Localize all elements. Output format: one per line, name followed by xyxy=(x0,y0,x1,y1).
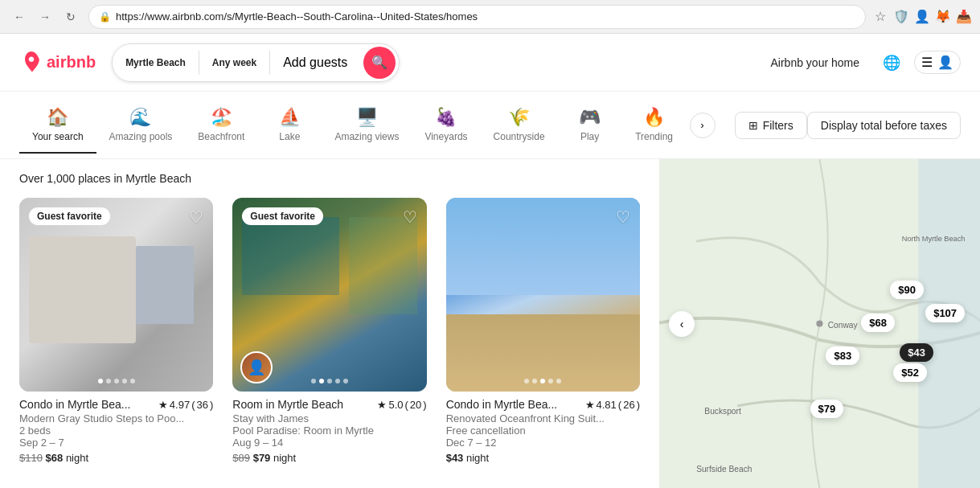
extension-icon: 🦊 xyxy=(935,9,951,25)
listing-subtitle-2: Stay with James xyxy=(232,412,426,424)
dots-indicator-3 xyxy=(524,379,561,383)
countryside-icon: 🌾 xyxy=(508,107,530,128)
refresh-button[interactable]: ↻ xyxy=(59,6,82,28)
dot-2 xyxy=(106,379,111,383)
category-amazing-views[interactable]: 🖥️ Amazing views xyxy=(322,97,412,154)
dot-4-2 xyxy=(335,379,340,383)
category-your-search[interactable]: 🏠 Your search xyxy=(19,97,96,154)
wishlist-button-1[interactable]: ♡ xyxy=(189,207,203,227)
category-beachfront[interactable]: 🏖️ Beachfront xyxy=(185,97,257,154)
countryside-label: Countryside xyxy=(494,131,545,142)
review-count-3: 26 xyxy=(623,399,634,411)
listing-card-2[interactable]: Guest favorite ♡ 👤 Room in Myrtle Beach … xyxy=(232,198,426,464)
guests-search[interactable]: Add guests xyxy=(270,49,360,76)
price-1: $68 xyxy=(46,452,64,464)
price-suffix-2: night xyxy=(273,452,296,464)
dot-5 xyxy=(130,379,135,383)
listing-title-2: Room in Myrtle Beach ★ 5.0 (20) xyxy=(232,398,426,411)
user-menu-button[interactable]: ☰ 👤 xyxy=(914,51,961,74)
dot-3-2 xyxy=(327,379,332,383)
trending-label: Trending xyxy=(635,131,673,142)
category-next-button[interactable]: › xyxy=(690,113,716,138)
play-label: Play xyxy=(580,131,599,142)
wishlist-button-3[interactable]: ♡ xyxy=(616,207,630,227)
svg-rect-1 xyxy=(918,159,980,488)
browser-chrome: ← → ↻ 🔒 https://www.airbnb.com/s/Myrtle-… xyxy=(0,0,980,34)
dot-5-3 xyxy=(556,379,561,383)
bookmark-icon[interactable]: ☆ xyxy=(872,9,888,25)
category-lake[interactable]: ⛵ Lake xyxy=(257,97,322,154)
listing-rating-3: ★ 4.81 (26) xyxy=(585,399,640,411)
display-total-button[interactable]: Display total before taxes xyxy=(807,112,961,139)
airbnb-logo[interactable]: airbnb xyxy=(19,51,96,75)
listing-detail-2: Pool Paradise: Room in Myrtle xyxy=(232,424,426,437)
location-search[interactable]: Myrtle Beach xyxy=(113,51,199,75)
listing-image-3: ♡ xyxy=(446,198,640,392)
price-suffix-3: night xyxy=(466,452,489,464)
beachfront-label: Beachfront xyxy=(198,131,244,142)
rating-value-1: 4.97 xyxy=(170,399,190,411)
dot-3-3 xyxy=(540,379,545,383)
listing-card-3[interactable]: ♡ Condo in Myrtle Bea... ★ 4.81 (26) xyxy=(446,198,640,464)
map-pin-43[interactable]: $43 xyxy=(900,343,933,362)
map-pin-68[interactable]: $68 xyxy=(861,314,895,332)
original-price-2: $89 xyxy=(232,452,250,464)
listing-image-2: Guest favorite ♡ 👤 xyxy=(232,198,426,392)
forward-button[interactable]: → xyxy=(34,6,56,28)
hamburger-icon: ☰ xyxy=(921,55,933,70)
map-pin-90[interactable]: $90 xyxy=(890,281,924,299)
address-bar[interactable]: 🔒 https://www.airbnb.com/s/Myrtle-Beach-… xyxy=(88,5,866,29)
airbnb-header: airbnb Myrtle Beach Any week Add guests … xyxy=(0,34,980,92)
browser-nav: ← → ↻ xyxy=(8,6,82,28)
wishlist-button-2[interactable]: ♡ xyxy=(403,207,417,227)
map-background: Conway Bucksport North Myrtle Beach Surf… xyxy=(659,159,980,488)
listing-subtitle-3: Renovated Oceanfront King Suit... xyxy=(446,412,640,424)
listing-title-1: Condo in Myrtle Bea... ★ 4.97 (36) xyxy=(19,398,213,411)
rating-value-3: 4.81 xyxy=(597,399,617,411)
map-pin-52[interactable]: $52 xyxy=(893,363,927,382)
airbnb-your-home-button[interactable]: Airbnb your home xyxy=(761,50,869,76)
globe-icon[interactable]: 🌐 xyxy=(879,50,904,76)
category-vineyards[interactable]: 🍇 Vineyards xyxy=(412,97,480,154)
price-2: $79 xyxy=(253,452,271,464)
listing-rating-1: ★ 4.97 (36) xyxy=(158,399,213,411)
filters-label: Filters xyxy=(763,119,793,132)
listing-subtitle-1: Modern Gray Studio Steps to Poo... xyxy=(19,412,213,424)
price-3: $43 xyxy=(446,452,464,464)
category-play[interactable]: 🎮 Play xyxy=(558,97,622,154)
filters-icon: ⊞ xyxy=(748,119,758,132)
category-countryside[interactable]: 🌾 Countryside xyxy=(481,97,558,154)
category-amazing-pools[interactable]: 🌊 Amazing pools xyxy=(96,97,186,154)
map-pin-79[interactable]: $79 xyxy=(810,400,844,418)
listing-name-3: Condo in Myrtle Bea... xyxy=(446,398,558,411)
user-icon: 👤 xyxy=(937,55,953,70)
dates-search[interactable]: Any week xyxy=(199,51,270,75)
results-count: Over 1,000 places in Myrtle Beach xyxy=(19,172,640,185)
dot-2-3 xyxy=(532,379,537,383)
rating-value-2: 5.0 xyxy=(388,399,403,411)
search-icon: 🔍 xyxy=(371,55,387,70)
category-trending[interactable]: 🔥 Trending xyxy=(622,97,687,154)
back-button[interactable]: ← xyxy=(8,6,31,28)
map-pin-83[interactable]: $83 xyxy=(826,347,859,365)
filters-button[interactable]: ⊞ Filters xyxy=(735,112,807,139)
map-pin-107[interactable]: $107 xyxy=(925,304,965,322)
header-right: Airbnb your home 🌐 ☰ 👤 xyxy=(761,50,961,76)
listing-name-2: Room in Myrtle Beach xyxy=(232,398,343,411)
listing-name-1: Condo in Myrtle Bea... xyxy=(19,398,131,411)
search-button[interactable]: 🔍 xyxy=(363,47,396,79)
location-label: Myrtle Beach xyxy=(125,57,186,68)
play-icon: 🎮 xyxy=(579,107,601,128)
dot-1-3 xyxy=(524,379,529,383)
dot-5-2 xyxy=(343,379,348,383)
beachfront-icon: 🏖️ xyxy=(211,107,232,128)
amazing-views-icon: 🖥️ xyxy=(356,107,378,128)
lake-icon: ⛵ xyxy=(279,107,301,128)
dot-1-2 xyxy=(311,379,316,383)
main-content: Over 1,000 places in Myrtle Beach Guest … xyxy=(0,159,980,488)
listing-dates-1: Sep 2 – 7 xyxy=(19,437,213,449)
map-collapse-button[interactable]: ‹ xyxy=(669,311,695,337)
listing-card-1[interactable]: Guest favorite ♡ Condo in Myrtle Bea... … xyxy=(19,198,213,464)
extension2-icon: 📥 xyxy=(956,9,972,25)
account-icon[interactable]: 👤 xyxy=(914,9,930,25)
